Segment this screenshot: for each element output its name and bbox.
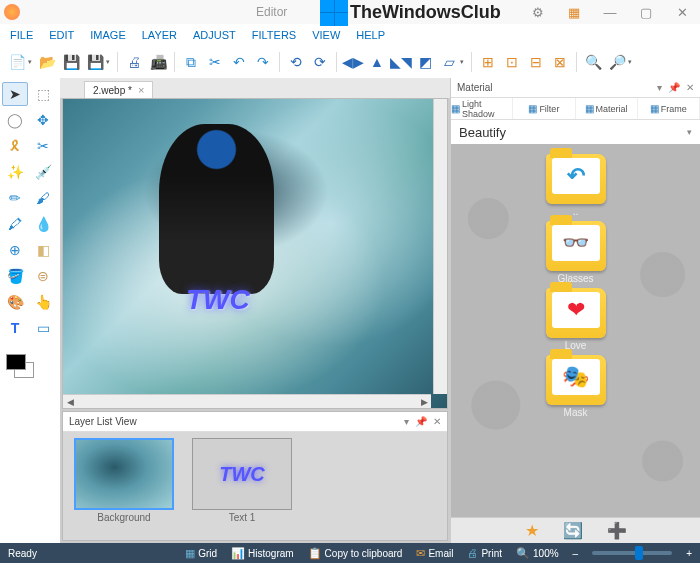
material-scroll-area[interactable]: ↶ .. 👓 Glasses ❤ Love 🎭 Mask [451, 144, 700, 517]
skew-icon[interactable]: ▱ [438, 51, 460, 73]
print-icon[interactable]: 🖨 [123, 51, 145, 73]
header-settings-icon[interactable]: ⚙ [520, 0, 556, 24]
cut-icon[interactable]: ✂ [204, 51, 226, 73]
material-panel-title: Material [457, 82, 493, 93]
canvas-area: TWC ◀▶ [62, 98, 448, 409]
layer-panel-pin-icon[interactable]: 📌 [415, 416, 427, 427]
panel-dropdown-icon[interactable]: ▾ [657, 82, 662, 93]
status-histogram[interactable]: 📊Histogram [231, 547, 294, 560]
resize-icon[interactable]: ◣◥ [390, 51, 412, 73]
brush-tool[interactable]: 🖌 [30, 186, 56, 210]
maximize-button[interactable]: ▢ [628, 0, 664, 24]
layer-thumb-text[interactable]: TWC Text 1 [187, 438, 297, 534]
status-email[interactable]: ✉Email [416, 547, 453, 560]
tab-close-icon[interactable]: × [138, 84, 144, 96]
layer-panel-dropdown-icon[interactable]: ▾ [404, 416, 409, 427]
tab-filter[interactable]: ▦Filter [513, 98, 575, 119]
zoom-slider-thumb[interactable] [635, 546, 643, 560]
folder-mask[interactable]: 🎭 Mask [451, 355, 700, 418]
flip-h-icon[interactable]: ◀▶ [342, 51, 364, 73]
color-swatch[interactable] [2, 350, 58, 382]
rotate-left-icon[interactable]: ⟲ [285, 51, 307, 73]
canvas-size-icon[interactable]: ◩ [414, 51, 436, 73]
status-zoom[interactable]: 🔍100% [516, 547, 559, 560]
menu-view[interactable]: VIEW [304, 27, 348, 43]
pointer-tool[interactable]: ➤ [2, 82, 28, 106]
blur-tool[interactable]: 💧 [30, 212, 56, 236]
zoom-out-icon[interactable]: 🔎 [606, 51, 628, 73]
layer-panel-close-icon[interactable]: ✕ [433, 416, 441, 427]
menu-help[interactable]: HELP [348, 27, 393, 43]
text-tool[interactable]: T [2, 316, 28, 340]
scan-icon[interactable]: 📠 [147, 51, 169, 73]
document-tab[interactable]: 2.webp * × [84, 81, 153, 98]
smudge-tool[interactable]: 👆 [30, 290, 56, 314]
favorite-icon[interactable]: ★ [525, 521, 539, 540]
copy-icon[interactable]: ⧉ [180, 51, 202, 73]
menu-file[interactable]: FILE [2, 27, 41, 43]
add-icon[interactable]: ➕ [607, 521, 627, 540]
close-button[interactable]: ✕ [664, 0, 700, 24]
menu-adjust[interactable]: ADJUST [185, 27, 244, 43]
crop-preset-1-icon[interactable]: ⊞ [477, 51, 499, 73]
shape-tool[interactable]: ▭ [30, 316, 56, 340]
layer-label: Background [97, 512, 150, 523]
tab-material[interactable]: ▦Material [576, 98, 638, 119]
save-as-icon[interactable]: 💾 [84, 51, 106, 73]
zoom-slider[interactable] [592, 551, 672, 555]
save-icon[interactable]: 💾 [60, 51, 82, 73]
header-grid-icon[interactable]: ▦ [556, 0, 592, 24]
beautify-collapse-icon[interactable]: ▾ [687, 127, 692, 137]
canvas-text-overlay: TWC [186, 284, 250, 316]
window-title: Editor [256, 5, 287, 19]
airbrush-tool[interactable]: 🖍 [2, 212, 28, 236]
status-print[interactable]: 🖨Print [467, 547, 502, 559]
menu-filters[interactable]: FILTERS [244, 27, 304, 43]
windows-logo-icon [320, 0, 348, 26]
horizontal-scrollbar[interactable]: ◀▶ [63, 394, 431, 408]
wand-tool[interactable]: ✨ [2, 160, 28, 184]
tab-frame[interactable]: ▦Frame [638, 98, 700, 119]
menu-edit[interactable]: EDIT [41, 27, 82, 43]
canvas[interactable]: TWC ◀▶ [63, 99, 447, 408]
rect-select-tool[interactable]: ⬚ [30, 82, 56, 106]
lasso-tool[interactable]: 🎗 [2, 134, 28, 158]
crop-preset-3-icon[interactable]: ⊟ [525, 51, 547, 73]
rotate-right-icon[interactable]: ⟳ [309, 51, 331, 73]
menu-layer[interactable]: LAYER [134, 27, 185, 43]
folder-love[interactable]: ❤ Love [451, 288, 700, 351]
eraser-tool[interactable]: ◧ [30, 238, 56, 262]
open-icon[interactable]: 📂 [36, 51, 58, 73]
crop-preset-2-icon[interactable]: ⊡ [501, 51, 523, 73]
fill-tool[interactable]: 🪣 [2, 264, 28, 288]
status-grid[interactable]: ▦Grid [185, 547, 217, 560]
move-tool[interactable]: ✥ [30, 108, 56, 132]
tab-light-shadow[interactable]: ▦Light Shadow [451, 98, 513, 119]
undo-icon[interactable]: ↶ [228, 51, 250, 73]
folder-glasses[interactable]: 👓 Glasses [451, 221, 700, 284]
zoom-in-icon[interactable]: 🔍 [582, 51, 604, 73]
minimize-button[interactable]: — [592, 0, 628, 24]
crop-preset-4-icon[interactable]: ⊠ [549, 51, 571, 73]
foreground-color[interactable] [6, 354, 26, 370]
flip-v-icon[interactable]: ▲ [366, 51, 388, 73]
eyedropper-tool[interactable]: 💉 [30, 160, 56, 184]
refresh-icon[interactable]: 🔄 [563, 521, 583, 540]
zoom-out-button[interactable]: – [573, 548, 579, 559]
folder-up[interactable]: ↶ .. [451, 154, 700, 217]
layer-thumb-background[interactable]: Background [69, 438, 179, 534]
crop-tool[interactable]: ✂ [30, 134, 56, 158]
vertical-scrollbar[interactable] [433, 99, 447, 394]
status-copy[interactable]: 📋Copy to clipboard [308, 547, 403, 560]
ellipse-select-tool[interactable]: ◯ [2, 108, 28, 132]
new-doc-icon[interactable]: 📄 [6, 51, 28, 73]
gradient-tool[interactable]: 🎨 [2, 290, 28, 314]
panel-close-icon[interactable]: ✕ [686, 82, 694, 93]
panel-pin-icon[interactable]: 📌 [668, 82, 680, 93]
pencil-tool[interactable]: ✏ [2, 186, 28, 210]
stamp-tool[interactable]: ⊜ [30, 264, 56, 288]
redo-icon[interactable]: ↷ [252, 51, 274, 73]
zoom-in-button[interactable]: + [686, 548, 692, 559]
clone-tool[interactable]: ⊕ [2, 238, 28, 262]
menu-image[interactable]: IMAGE [82, 27, 133, 43]
